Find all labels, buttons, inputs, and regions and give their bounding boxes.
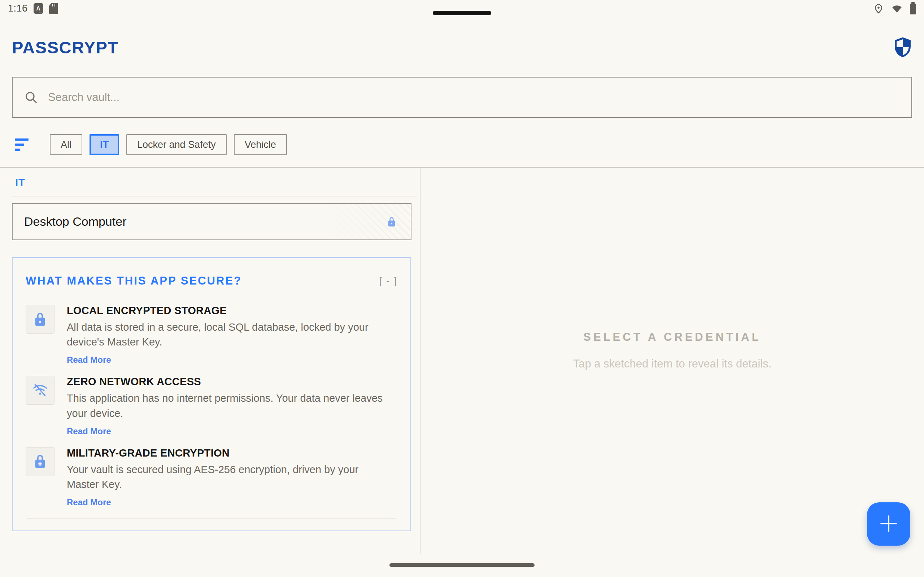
android-app-icon: A (34, 3, 43, 14)
app-screen: 1:16 A PASSCRYPT (0, 0, 924, 577)
filter-chip-all[interactable]: All (50, 134, 82, 155)
location-icon (873, 3, 884, 14)
status-time: 1:16 (8, 3, 28, 14)
battery-icon (910, 3, 916, 15)
filter-chip-it[interactable]: IT (89, 134, 119, 155)
credential-name: Desktop Computer (24, 214, 126, 229)
lock-plus-icon (26, 447, 55, 476)
security-info-card: WHAT MAKES THIS APP SECURE? [ - ] LOCAL … (12, 257, 411, 531)
vault-list-panel: IT Desktop Computer WHAT MAKES THIS APP … (0, 168, 420, 577)
card-bottom-divider (27, 518, 396, 519)
wifi-icon (891, 3, 903, 14)
filter-chip-vehicle[interactable]: Vehicle (234, 134, 287, 155)
feature-description: All data is stored in a secure, local SQ… (67, 320, 386, 350)
security-features: LOCAL ENCRYPTED STORAGE All data is stor… (26, 305, 397, 508)
wifi-off-icon (26, 376, 55, 405)
credential-item-desktop-computer[interactable]: Desktop Computer (12, 203, 412, 240)
section-underline (11, 196, 417, 197)
lock-icon (386, 216, 397, 227)
read-more-link[interactable]: Read More (67, 355, 111, 365)
sketch-hatch-decoration (320, 204, 411, 239)
search-bar[interactable] (12, 77, 912, 118)
security-card-header: WHAT MAKES THIS APP SECURE? [ - ] (26, 274, 397, 287)
search-input[interactable] (47, 90, 911, 104)
feature-military-grade-encryption: MILITARY-GRADE ENCRYPTION Your vault is … (26, 447, 397, 508)
empty-state-title: SELECT A CREDENTIAL (583, 331, 761, 344)
credential-detail-panel: SELECT A CREDENTIAL Tap a sketched item … (420, 168, 924, 554)
status-right-cluster (873, 3, 916, 15)
plus-icon (877, 513, 900, 536)
status-bar: 1:16 A (0, 0, 924, 20)
sd-card-icon (49, 3, 58, 14)
feature-text: ZERO NETWORK ACCESS This application has… (67, 376, 386, 436)
page-title: PASSCRYPT (12, 37, 119, 57)
lock-icon (26, 305, 55, 334)
add-credential-button[interactable] (867, 502, 910, 546)
feature-title: LOCAL ENCRYPTED STORAGE (67, 305, 386, 317)
shield-icon (893, 37, 912, 57)
collapse-button[interactable]: [ - ] (380, 275, 397, 287)
feature-zero-network-access: ZERO NETWORK ACCESS This application has… (26, 376, 397, 436)
feature-description: This application has no internet permiss… (67, 391, 386, 421)
feature-text: MILITARY-GRADE ENCRYPTION Your vault is … (67, 447, 386, 508)
feature-title: ZERO NETWORK ACCESS (67, 376, 386, 388)
feature-title: MILITARY-GRADE ENCRYPTION (67, 447, 386, 459)
feature-description: Your vault is secured using AES-256 encr… (67, 462, 386, 492)
gesture-navigation-bar[interactable] (389, 563, 535, 567)
feature-local-encrypted-storage: LOCAL ENCRYPTED STORAGE All data is stor… (26, 305, 397, 365)
feature-text: LOCAL ENCRYPTED STORAGE All data is stor… (67, 305, 386, 365)
read-more-link[interactable]: Read More (67, 497, 111, 508)
sort-icon[interactable] (15, 139, 30, 151)
category-section-label: IT (15, 177, 25, 189)
camera-notch (433, 11, 491, 15)
status-left-cluster: 1:16 A (8, 3, 58, 14)
filter-row: All IT Locker and Safety Vehicle (15, 134, 294, 155)
search-icon (24, 90, 38, 104)
app-header: PASSCRYPT (12, 35, 912, 60)
read-more-link[interactable]: Read More (67, 426, 111, 436)
security-card-title: WHAT MAKES THIS APP SECURE? (26, 274, 242, 287)
empty-state-subtitle: Tap a sketched item to reveal its detail… (573, 357, 772, 371)
filter-chip-locker-and-safety[interactable]: Locker and Safety (126, 134, 227, 155)
